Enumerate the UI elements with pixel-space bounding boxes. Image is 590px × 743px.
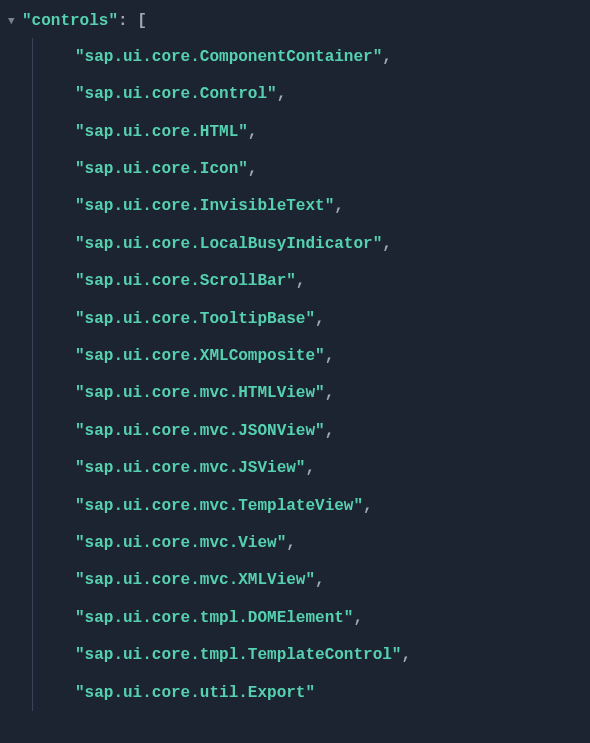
json-string-value: "sap.ui.core.HTML" <box>75 123 248 141</box>
json-string-value: "sap.ui.core.Icon" <box>75 160 248 178</box>
json-array-items: "sap.ui.core.ComponentContainer","sap.ui… <box>32 38 590 711</box>
bracket-open: [ <box>137 10 147 32</box>
comma: , <box>325 422 335 440</box>
json-string-value: "sap.ui.core.mvc.JSView" <box>75 459 305 477</box>
colon: : <box>118 10 128 32</box>
json-array-item: "sap.ui.core.ScrollBar", <box>75 263 590 300</box>
comma: , <box>305 459 315 477</box>
comma: , <box>353 609 363 627</box>
json-array-item: "sap.ui.core.LocalBusyIndicator", <box>75 225 590 262</box>
comma: , <box>248 123 258 141</box>
json-viewer: ▼ "controls": [ "sap.ui.core.ComponentCo… <box>0 0 590 721</box>
json-array-item: "sap.ui.core.mvc.JSView", <box>75 450 590 487</box>
json-string-value: "sap.ui.core.util.Export" <box>75 684 315 702</box>
json-array-item: "sap.ui.core.TooltipBase", <box>75 300 590 337</box>
json-string-value: "sap.ui.core.mvc.XMLView" <box>75 571 315 589</box>
json-string-value: "sap.ui.core.mvc.View" <box>75 534 286 552</box>
json-array-item: "sap.ui.core.mvc.JSONView", <box>75 412 590 449</box>
json-key: "controls" <box>22 10 118 32</box>
json-array-item: "sap.ui.core.mvc.View", <box>75 524 590 561</box>
json-string-value: "sap.ui.core.ComponentContainer" <box>75 48 382 66</box>
json-array-item: "sap.ui.core.tmpl.DOMElement", <box>75 599 590 636</box>
json-string-value: "sap.ui.core.ScrollBar" <box>75 272 296 290</box>
json-string-value: "sap.ui.core.XMLComposite" <box>75 347 325 365</box>
json-string-value: "sap.ui.core.mvc.TemplateView" <box>75 497 363 515</box>
json-string-value: "sap.ui.core.mvc.HTMLView" <box>75 384 325 402</box>
json-array-item: "sap.ui.core.mvc.TemplateView", <box>75 487 590 524</box>
comma: , <box>248 160 258 178</box>
comma: , <box>315 310 325 328</box>
comma: , <box>277 85 287 103</box>
comma: , <box>286 534 296 552</box>
json-string-value: "sap.ui.core.InvisibleText" <box>75 197 334 215</box>
json-string-value: "sap.ui.core.LocalBusyIndicator" <box>75 235 382 253</box>
json-array-item: "sap.ui.core.util.Export" <box>75 674 590 711</box>
json-string-value: "sap.ui.core.tmpl.TemplateControl" <box>75 646 401 664</box>
json-array-item: "sap.ui.core.Icon", <box>75 151 590 188</box>
json-array-item: "sap.ui.core.mvc.HTMLView", <box>75 375 590 412</box>
collapse-toggle-icon[interactable]: ▼ <box>8 14 22 29</box>
json-array-item: "sap.ui.core.Control", <box>75 76 590 113</box>
comma: , <box>325 384 335 402</box>
comma: , <box>325 347 335 365</box>
json-string-value: "sap.ui.core.TooltipBase" <box>75 310 315 328</box>
json-array-item: "sap.ui.core.InvisibleText", <box>75 188 590 225</box>
comma: , <box>296 272 306 290</box>
comma: , <box>382 48 392 66</box>
comma: , <box>363 497 373 515</box>
comma: , <box>382 235 392 253</box>
json-key-row: ▼ "controls": [ <box>8 10 590 32</box>
json-array-item: "sap.ui.core.HTML", <box>75 113 590 150</box>
space <box>128 10 138 32</box>
json-array-item: "sap.ui.core.tmpl.TemplateControl", <box>75 637 590 674</box>
json-string-value: "sap.ui.core.Control" <box>75 85 277 103</box>
comma: , <box>334 197 344 215</box>
comma: , <box>315 571 325 589</box>
json-array-item: "sap.ui.core.XMLComposite", <box>75 338 590 375</box>
json-array-item: "sap.ui.core.ComponentContainer", <box>75 38 590 75</box>
json-string-value: "sap.ui.core.tmpl.DOMElement" <box>75 609 353 627</box>
json-array-item: "sap.ui.core.mvc.XMLView", <box>75 562 590 599</box>
comma: , <box>401 646 411 664</box>
json-string-value: "sap.ui.core.mvc.JSONView" <box>75 422 325 440</box>
